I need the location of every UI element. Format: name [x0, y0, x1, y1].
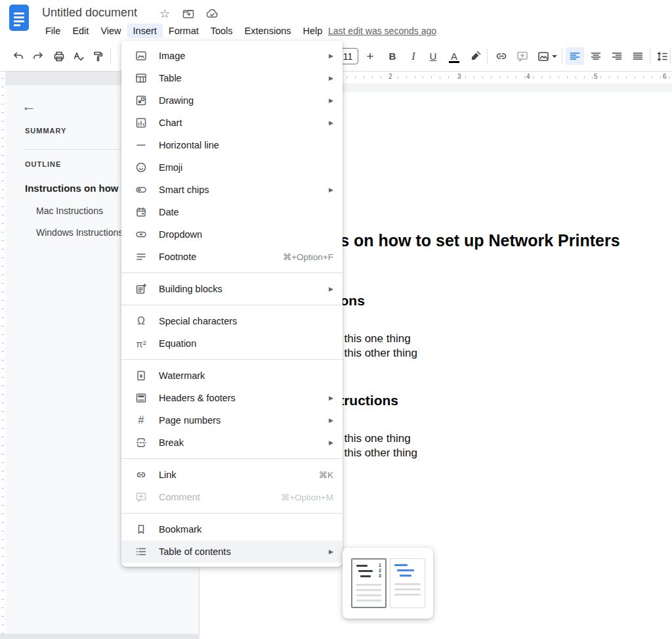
menu-item-page-numbers[interactable]: # Page numbers ▶ [121, 409, 343, 431]
toc-numbered-thumbnail[interactable]: 1 2 3 [351, 558, 387, 608]
menu-item-emoji[interactable]: Emoji [121, 156, 343, 179]
special-characters-icon: Ω [135, 315, 148, 328]
table-of-contents-icon [135, 545, 148, 558]
menu-item-label: Image [159, 51, 185, 61]
title-actions: ☆ [158, 7, 219, 21]
menu-item-table[interactable]: Table ▶ [121, 67, 343, 89]
toolbar-divider [650, 49, 650, 64]
menu-item-label: Building blocks [159, 284, 222, 294]
insert-image-button[interactable] [534, 47, 559, 65]
menu-item-special-characters[interactable]: Ω Special characters [121, 310, 343, 332]
spellcheck-button[interactable] [70, 47, 88, 65]
menu-item-footnote[interactable]: Footnote ⌘+Option+F [121, 246, 343, 268]
docs-logo-icon[interactable] [9, 5, 29, 31]
menu-item-label: Smart chips [159, 185, 209, 195]
line-spacing-button[interactable] [653, 47, 671, 65]
close-outline-button[interactable]: ← [20, 97, 38, 116]
menu-item-shortcut: ⌘K [318, 470, 333, 480]
increase-font-size-button[interactable]: + [361, 47, 379, 65]
menu-item-image[interactable]: Image ▶ [121, 45, 343, 67]
menu-edit[interactable]: Edit [66, 24, 94, 38]
menu-extensions[interactable]: Extensions [239, 24, 297, 38]
menu-file[interactable]: File [39, 24, 66, 38]
menu-item-link[interactable]: Link ⌘K [121, 464, 343, 486]
menu-item-chart[interactable]: Chart ▶ [121, 112, 343, 134]
menu-item-horizontal-line[interactable]: Horizontal line [121, 134, 343, 156]
align-left-button[interactable] [566, 47, 584, 65]
menu-help[interactable]: Help [297, 24, 329, 38]
emoji-icon [135, 161, 148, 174]
building-blocks-icon [135, 282, 148, 296]
star-icon[interactable]: ☆ [158, 7, 172, 21]
submenu-arrow-icon: ▶ [329, 187, 333, 193]
menu-item-smart-chips[interactable]: Smart chips ▶ [121, 179, 343, 201]
menu-view[interactable]: View [94, 24, 127, 38]
add-comment-button[interactable] [513, 47, 532, 65]
ruler-number: 6 [662, 73, 668, 80]
menu-item-drawing[interactable]: Drawing ▶ [121, 89, 343, 112]
submenu-arrow-icon: ▶ [329, 548, 333, 555]
menu-item-shortcut: ⌘+Option+M [281, 492, 333, 502]
menu-item-label: Headers & footers [159, 393, 236, 403]
toc-page-number: 1 [379, 564, 381, 567]
menu-separator [121, 359, 343, 360]
undo-button[interactable] [9, 47, 28, 65]
summary-label: SUMMARY [25, 127, 66, 135]
submenu-arrow-icon: ▶ [329, 395, 333, 401]
menu-item-label: Equation [159, 338, 196, 349]
menu-item-equation[interactable]: π² Equation [121, 332, 343, 355]
toolbar-divider [562, 49, 562, 64]
menu-separator [121, 513, 343, 514]
menu-item-break[interactable]: Break ▶ [121, 431, 343, 454]
menu-separator [121, 273, 343, 273]
menu-item-label: Drawing [159, 95, 194, 106]
menu-item-date[interactable]: Date [121, 201, 343, 223]
cloud-status-icon[interactable] [205, 7, 219, 21]
vertical-ruler[interactable] [0, 72, 5, 634]
redo-button[interactable] [29, 47, 47, 65]
menu-item-building-blocks[interactable]: Building blocks ▶ [121, 278, 343, 300]
menu-item-bookmark[interactable]: Bookmark [121, 518, 343, 540]
bookmark-icon [135, 523, 148, 536]
comment-icon [135, 491, 148, 504]
submenu-arrow-icon: ▶ [329, 97, 333, 104]
menu-item-label: Special characters [159, 316, 237, 326]
ruler-number: 4 [525, 73, 532, 80]
insert-link-button[interactable] [492, 47, 511, 65]
insert-menu: Image ▶ Table ▶ Drawing ▶ Chart ▶ Horizo… [121, 41, 343, 567]
toc-links-thumbnail[interactable] [390, 558, 425, 608]
submenu-arrow-icon: ▶ [329, 75, 333, 81]
document-title-input[interactable]: Untitled document [42, 6, 137, 20]
menu-item-comment: Comment ⌘+Option+M [121, 486, 343, 508]
sidebar-bottom-strip [0, 634, 200, 639]
menu-insert[interactable]: Insert [127, 24, 163, 38]
text-color-button[interactable]: A [445, 47, 463, 65]
underline-button[interactable]: U [424, 47, 442, 65]
equation-icon: π² [135, 337, 148, 350]
menu-item-dropdown[interactable]: Dropdown [121, 223, 343, 246]
headers-footers-icon [135, 391, 148, 405]
toc-page-number: 3 [379, 575, 381, 577]
bold-button[interactable]: B [383, 47, 402, 65]
ruler-number: 3 [456, 73, 463, 80]
menu-item-table-of-contents[interactable]: Table of contents ▶ [121, 540, 343, 563]
italic-button[interactable]: I [404, 47, 423, 65]
toolbar-divider [670, 49, 671, 64]
menu-item-headers-footers[interactable]: Headers & footers ▶ [121, 387, 343, 409]
menu-item-label: Break [159, 437, 184, 448]
print-button[interactable] [50, 47, 68, 65]
menu-item-watermark[interactable]: Watermark [121, 364, 343, 387]
menu-tools[interactable]: Tools [205, 24, 239, 38]
menu-separator [121, 305, 343, 305]
justify-button[interactable] [629, 47, 647, 65]
horizontal-line-icon [135, 139, 148, 152]
align-right-button[interactable] [608, 47, 626, 65]
paint-format-button[interactable] [89, 47, 108, 65]
watermark-icon [135, 369, 148, 382]
menu-item-label: Date [159, 207, 179, 217]
align-center-button[interactable] [587, 47, 605, 65]
highlight-color-button[interactable] [466, 47, 484, 65]
move-to-folder-icon[interactable] [181, 7, 196, 21]
last-edit-link[interactable]: Last edit was seconds ago [328, 26, 436, 36]
menu-format[interactable]: Format [163, 24, 205, 38]
